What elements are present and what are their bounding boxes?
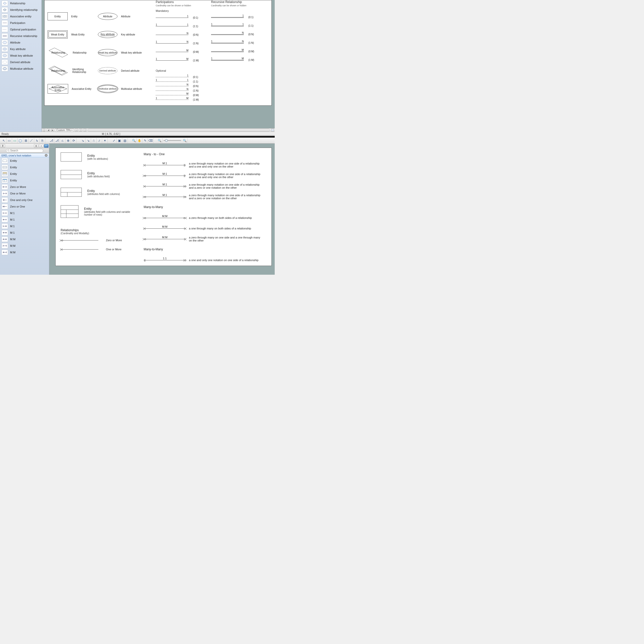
cardinality-line[interactable]: N(1:N) — [156, 88, 211, 93]
shape-prototype[interactable]: RelationshipIdentifying Relationship — [48, 62, 98, 80]
library-item[interactable]: M:1 — [0, 223, 49, 229]
entity-prototype[interactable]: Entity(with no attributes) — [61, 152, 139, 162]
relationship-example[interactable]: M:Ma zero through many on both sides of … — [144, 213, 269, 222]
rounded-rect-tool-icon[interactable]: ▭ — [12, 138, 18, 143]
library-item[interactable]: Participation — [0, 20, 42, 26]
close-library-icon[interactable]: × — [45, 154, 48, 157]
shape-prototype[interactable]: Key attributeKey attribute — [98, 25, 156, 44]
library-item[interactable]: Relationship — [0, 0, 42, 7]
tree-h-icon[interactable]: ⎇ — [49, 138, 54, 143]
zoom-combo[interactable]: Custom 79%▾ — [55, 129, 74, 132]
fit-width-icon[interactable]: ▤ — [122, 138, 128, 143]
zoom-in-icon[interactable]: 🔍 — [131, 138, 137, 143]
library-item[interactable]: Multivalue attribute — [0, 65, 42, 72]
library-item[interactable]: One and only One — [0, 197, 49, 203]
cardinality-line[interactable]: 1M(1:M) — [211, 58, 263, 62]
zoom-slider[interactable] — [164, 140, 181, 141]
shape-prototype[interactable]: Derived attributeDerived attribute — [98, 62, 156, 80]
library-item[interactable]: Entity — [0, 157, 49, 164]
library-search-input[interactable] — [6, 149, 43, 152]
chain-tool-icon[interactable]: ⎘ — [40, 138, 45, 143]
relationship-example[interactable]: M:1a zero through many notation on one s… — [144, 192, 269, 201]
entity-prototype[interactable]: Entity(with attributes field) — [61, 170, 139, 179]
library-item[interactable]: Optional participation — [0, 26, 42, 33]
library-item[interactable]: M:M — [0, 236, 49, 243]
library-item[interactable]: Associative entity — [0, 13, 42, 20]
relationship-example[interactable]: M:1a one through many notation on one si… — [144, 182, 269, 191]
library-item[interactable]: Zero or More — [0, 184, 49, 190]
cardinality-line[interactable]: 1M(1:M) — [156, 97, 211, 102]
library-item[interactable]: M:M — [0, 243, 49, 249]
eyedropper-icon[interactable]: ✎ — [142, 138, 148, 143]
pan-icon[interactable]: ✋ — [137, 138, 142, 143]
library-item[interactable]: One or More — [0, 190, 49, 197]
cardinality-line[interactable]: N(0:N) — [156, 32, 211, 37]
library-item[interactable]: Entity — [0, 171, 49, 177]
library-item[interactable]: Identifying relationship — [0, 7, 42, 13]
relationship-example[interactable]: 1:1a one and only one notation on one si… — [144, 256, 269, 265]
rect-tool-icon[interactable]: ▭ — [7, 138, 12, 143]
cardinality-line[interactable]: M(0:M) — [156, 93, 211, 97]
shape-prototype[interactable]: AttributeAttribute — [98, 7, 156, 25]
view-mode-1-icon[interactable]: ▭ — [75, 129, 78, 132]
line-tool-icon[interactable]: ／ — [29, 138, 34, 143]
cardinality-line[interactable]: 1N(1:N) — [156, 41, 211, 46]
route-2-icon[interactable]: ⎎ — [97, 138, 102, 143]
library-item[interactable]: M:1 — [0, 210, 49, 216]
view-mode-2-icon[interactable]: ▯ — [79, 129, 82, 132]
cardinality-line[interactable]: 1(0:1) — [156, 75, 211, 79]
relationship-prototype[interactable]: One or More — [61, 248, 139, 251]
cardinality-line[interactable]: 11(1:1) — [211, 23, 263, 28]
refresh-icon[interactable]: ⟳ — [71, 138, 76, 143]
shape-prototype[interactable]: Weak EntityWeak Entity — [48, 25, 98, 44]
snap-icon[interactable]: ✶ — [102, 138, 108, 143]
horizontal-scrollbar[interactable]: ‖ ◀ ▶ Custom 79%▾ ▭ ▯ ▯ ⛶ — [42, 128, 275, 132]
cardinality-line[interactable]: 11(1:1) — [156, 24, 211, 28]
cardinality-line[interactable]: 1N(1:N) — [211, 41, 263, 45]
search-view-icon[interactable]: 🔍 — [44, 144, 49, 148]
cardinality-line[interactable]: 1(0:1) — [156, 15, 211, 20]
entity-prototype[interactable]: Entity(attributes field with columns) — [61, 188, 139, 197]
library-item[interactable]: Entity — [0, 177, 49, 184]
tree-v-icon[interactable]: ⎇ — [54, 138, 60, 143]
zoom-out-button[interactable]: 🔍 — [157, 138, 163, 143]
cardinality-line[interactable]: 1M(1:M) — [156, 58, 211, 63]
library-item[interactable]: Zero or One — [0, 203, 49, 210]
shape-prototype[interactable]: Weak key attributeWeak key attribute — [98, 44, 156, 62]
relationship-example[interactable]: M:1a zero through many notation on one s… — [144, 171, 269, 180]
connector-tool-icon[interactable]: ↳ — [34, 138, 40, 143]
relationship-example[interactable]: M:1a one through many notation on one si… — [144, 160, 269, 170]
library-item[interactable]: Derived attribute — [0, 59, 42, 65]
library-item[interactable]: M:1 — [0, 216, 49, 223]
relationship-prototype[interactable]: Zero or More — [61, 239, 139, 242]
pane-toggle-icon[interactable]: ‖ — [42, 129, 46, 132]
cardinality-line[interactable]: M(0:M) — [211, 49, 263, 54]
library-tree-view-icon[interactable]: ≣ — [1, 144, 5, 148]
cardinality-line[interactable]: N(0:N) — [211, 32, 263, 36]
list-view-icon[interactable]: ≡ — [39, 144, 44, 148]
library-section-title[interactable]: ERD, crow's foot notation × — [0, 153, 49, 157]
library-item[interactable]: Recursive relationship — [0, 33, 42, 39]
page-prev-button[interactable]: ◀ — [47, 129, 50, 132]
crow-canvas[interactable]: Entity(with no attributes)Entity(with at… — [49, 144, 275, 275]
entity-prototype[interactable]: Entity(attributes field with columns and… — [61, 205, 139, 218]
library-item[interactable]: Key attribute — [0, 46, 42, 52]
pointer-tool-icon[interactable]: ↖ — [1, 138, 7, 143]
shape-prototype[interactable]: AssociativeEntityAssociative Entity — [48, 80, 98, 98]
grid-view-icon[interactable]: ⊞ — [34, 144, 38, 148]
route-1-icon[interactable]: ⎍ — [91, 138, 97, 143]
library-item[interactable]: Attribute — [0, 39, 42, 46]
tree-both-icon[interactable]: ⎌ — [60, 138, 65, 143]
shape-prototype[interactable]: Multivalue attributeMultivalue attribute — [98, 80, 156, 98]
page-next-button[interactable]: ▶ — [51, 129, 54, 132]
chen-canvas[interactable]: EntityEntityWeak EntityWeak EntityRelati… — [42, 0, 275, 128]
library-item[interactable]: M:M — [0, 249, 49, 256]
cardinality-line[interactable]: N(0:N) — [156, 84, 211, 88]
shape-prototype[interactable]: EntityEntity — [48, 7, 98, 25]
node-add-icon[interactable]: ⊕ — [65, 138, 71, 143]
arrow-alt-icon[interactable]: ↘ — [86, 138, 91, 143]
library-item[interactable]: Entity — [0, 164, 49, 171]
fit-page-icon[interactable]: ▣ — [117, 138, 122, 143]
fullscreen-icon[interactable]: ⛶ — [271, 129, 274, 132]
actual-size-icon[interactable]: ⤢ — [111, 138, 117, 143]
